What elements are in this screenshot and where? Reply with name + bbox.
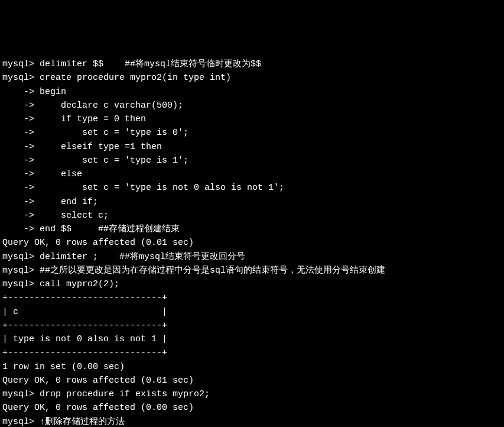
terminal-line: mysql> ##之所以要更改是因为在存储过程中分号是sql语句的结束符号，无法… <box>2 264 502 277</box>
terminal-line: -> declare c varchar(500); <box>2 99 502 112</box>
terminal-line: -> begin <box>2 85 502 99</box>
terminal-line: -> else <box>2 167 502 181</box>
terminal-line: mysql> delimiter $$ ##将mysql结束符号临时更改为$$ <box>2 57 502 71</box>
terminal-line: mysql> create procedure mypro2(in type i… <box>2 71 502 85</box>
terminal-line: Query OK, 0 rows affected (0.01 sec) <box>2 374 502 387</box>
terminal-line: -> end $$ ##存储过程创建结束 <box>2 222 502 236</box>
terminal-line: | type is not 0 also is not 1 | <box>2 332 502 346</box>
terminal-line: Query OK, 0 rows affected (0.01 sec) <box>2 236 502 250</box>
terminal-line: | c | <box>2 305 502 319</box>
terminal-line: -> elseif type =1 then <box>2 140 502 154</box>
terminal-output[interactable]: mysql> delimiter $$ ##将mysql结束符号临时更改为$$m… <box>2 57 502 427</box>
terminal-line: +-----------------------------+ <box>2 346 502 360</box>
terminal-line: -> set c = 'type is 0'; <box>2 126 502 140</box>
terminal-line: +-----------------------------+ <box>2 319 502 332</box>
terminal-line: -> end if; <box>2 195 502 209</box>
terminal-line: mysql> drop procedure if exists mypro2; <box>2 387 502 401</box>
terminal-line: mysql> delimiter ; ##将mysql结束符号更改回分号 <box>2 250 502 264</box>
terminal-line: +-----------------------------+ <box>2 291 502 305</box>
terminal-line: -> set c = 'type is not 0 also is not 1'… <box>2 181 502 195</box>
terminal-line: -> if type = 0 then <box>2 112 502 126</box>
terminal-line: -> select c; <box>2 209 502 222</box>
terminal-line: -> set c = 'type is 1'; <box>2 154 502 167</box>
terminal-line: mysql> call mypro2(2); <box>2 277 502 291</box>
terminal-line: Query OK, 0 rows affected (0.00 sec) <box>2 401 502 415</box>
terminal-line: 1 row in set (0.00 sec) <box>2 360 502 374</box>
terminal-line: mysql> ↑删除存储过程的方法 <box>2 415 502 428</box>
